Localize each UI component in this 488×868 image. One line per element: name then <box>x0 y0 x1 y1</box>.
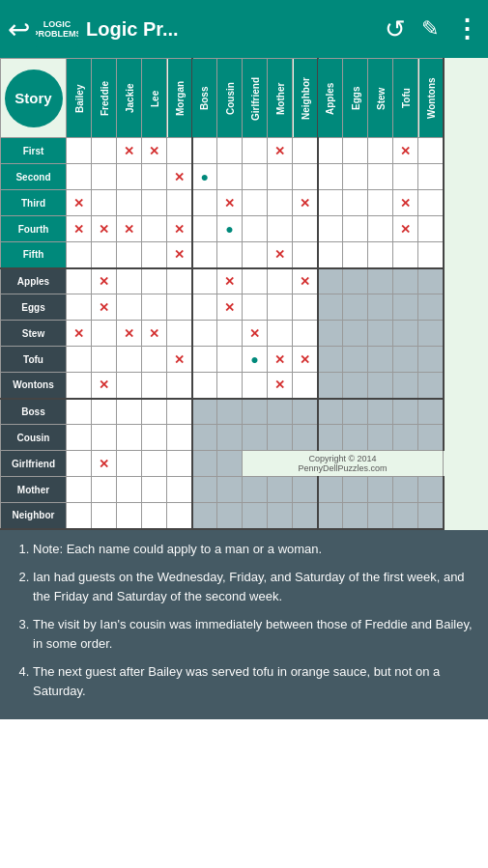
cell-second-bailey[interactable] <box>67 164 92 190</box>
cell-eggs-girlfriend[interactable] <box>243 294 268 321</box>
cell-wontons-mother[interactable]: ✕ <box>268 373 293 399</box>
cell-second-tofu[interactable] <box>393 164 418 190</box>
cell-third-morgan[interactable] <box>167 190 192 216</box>
cell-first-boss[interactable] <box>192 138 217 164</box>
cell-girlfriend-jackie[interactable] <box>117 451 142 477</box>
cell-cousin-freddie[interactable] <box>92 425 117 451</box>
cell-third-tofu[interactable]: ✕ <box>393 190 418 216</box>
cell-first-stew[interactable] <box>368 138 393 164</box>
cell-second-wontons[interactable] <box>418 164 444 190</box>
cell-boss-morgan[interactable] <box>167 399 192 425</box>
cell-fourth-cousin[interactable]: ● <box>217 216 243 242</box>
cell-second-jackie[interactable] <box>117 164 142 190</box>
cell-girlfriend-bailey[interactable] <box>67 451 92 477</box>
cell-stew-morgan[interactable] <box>167 321 192 347</box>
cell-first-girlfriend[interactable] <box>243 138 268 164</box>
cell-eggs-lee[interactable] <box>142 294 167 321</box>
cell-apples-morgan[interactable] <box>167 268 192 294</box>
cell-fourth-boss[interactable] <box>192 216 217 242</box>
cell-neighbor-morgan[interactable] <box>167 503 192 529</box>
cell-cousin-jackie[interactable] <box>117 425 142 451</box>
cell-third-bailey[interactable]: ✕ <box>67 190 92 216</box>
cell-neighbor-bailey[interactable] <box>67 503 92 529</box>
cell-cousin-lee[interactable] <box>142 425 167 451</box>
cell-first-eggs[interactable] <box>343 138 368 164</box>
cell-tofu-lee[interactable] <box>142 347 167 373</box>
cell-stew-freddie[interactable] <box>92 321 117 347</box>
cell-fifth-mother[interactable]: ✕ <box>268 242 293 268</box>
cell-wontons-freddie[interactable]: ✕ <box>92 373 117 399</box>
edit-icon[interactable]: ✎ <box>421 16 439 42</box>
cell-apples-lee[interactable] <box>142 268 167 294</box>
cell-third-neighbor[interactable]: ✕ <box>293 190 318 216</box>
cell-stew-girlfriend[interactable]: ✕ <box>243 321 268 347</box>
cell-girlfriend-freddie[interactable]: ✕ <box>92 451 117 477</box>
cell-first-cousin[interactable] <box>217 138 243 164</box>
cell-wontons-boss[interactable] <box>192 373 217 399</box>
cell-apples-neighbor[interactable]: ✕ <box>293 268 318 294</box>
cell-wontons-bailey[interactable] <box>67 373 92 399</box>
cell-first-apples[interactable] <box>318 138 343 164</box>
cell-neighbor-lee[interactable] <box>142 503 167 529</box>
cell-fourth-jackie[interactable]: ✕ <box>117 216 142 242</box>
cell-wontons-lee[interactable] <box>142 373 167 399</box>
cell-apples-mother[interactable] <box>268 268 293 294</box>
cell-wontons-girlfriend[interactable] <box>243 373 268 399</box>
cell-boss-lee[interactable] <box>142 399 167 425</box>
cell-second-cousin[interactable] <box>217 164 243 190</box>
cell-eggs-bailey[interactable] <box>67 294 92 321</box>
cell-third-lee[interactable] <box>142 190 167 216</box>
cell-wontons-jackie[interactable] <box>117 373 142 399</box>
cell-fifth-jackie[interactable] <box>117 242 142 268</box>
more-icon[interactable]: ⋮ <box>454 14 480 44</box>
cell-neighbor-freddie[interactable] <box>92 503 117 529</box>
cell-eggs-mother[interactable] <box>268 294 293 321</box>
cell-third-stew[interactable] <box>368 190 393 216</box>
cell-tofu-jackie[interactable] <box>117 347 142 373</box>
cell-third-wontons[interactable] <box>418 190 444 216</box>
cell-eggs-boss[interactable] <box>192 294 217 321</box>
cell-first-bailey[interactable] <box>67 138 92 164</box>
cell-stew-bailey[interactable]: ✕ <box>67 321 92 347</box>
cell-mother-lee[interactable] <box>142 477 167 503</box>
cell-second-mother[interactable] <box>268 164 293 190</box>
cell-mother-morgan[interactable] <box>167 477 192 503</box>
cell-third-girlfriend[interactable] <box>243 190 268 216</box>
cell-apples-bailey[interactable] <box>67 268 92 294</box>
cell-third-jackie[interactable] <box>117 190 142 216</box>
cell-fifth-tofu[interactable] <box>393 242 418 268</box>
cell-second-apples[interactable] <box>318 164 343 190</box>
cell-third-mother[interactable] <box>268 190 293 216</box>
cell-fifth-apples[interactable] <box>318 242 343 268</box>
cell-stew-cousin[interactable] <box>217 321 243 347</box>
cell-stew-mother[interactable] <box>268 321 293 347</box>
cell-apples-girlfriend[interactable] <box>243 268 268 294</box>
cell-first-tofu[interactable]: ✕ <box>393 138 418 164</box>
cell-second-boss[interactable]: ● <box>192 164 217 190</box>
cell-first-mother[interactable]: ✕ <box>268 138 293 164</box>
cell-apples-jackie[interactable] <box>117 268 142 294</box>
cell-first-neighbor[interactable] <box>293 138 318 164</box>
cell-wontons-cousin[interactable] <box>217 373 243 399</box>
cell-tofu-mother[interactable]: ✕ <box>268 347 293 373</box>
cell-fourth-lee[interactable] <box>142 216 167 242</box>
cell-girlfriend-lee[interactable] <box>142 451 167 477</box>
cell-wontons-morgan[interactable] <box>167 373 192 399</box>
cell-fifth-lee[interactable] <box>142 242 167 268</box>
cell-fourth-girlfriend[interactable] <box>243 216 268 242</box>
cell-first-jackie[interactable]: ✕ <box>117 138 142 164</box>
cell-wontons-neighbor[interactable] <box>293 373 318 399</box>
cell-cousin-morgan[interactable] <box>167 425 192 451</box>
cell-first-wontons[interactable] <box>418 138 444 164</box>
cell-fifth-morgan[interactable]: ✕ <box>167 242 192 268</box>
cell-tofu-bailey[interactable] <box>67 347 92 373</box>
cell-fourth-eggs[interactable] <box>343 216 368 242</box>
cell-boss-freddie[interactable] <box>92 399 117 425</box>
cell-second-stew[interactable] <box>368 164 393 190</box>
cell-mother-jackie[interactable] <box>117 477 142 503</box>
cell-tofu-neighbor[interactable]: ✕ <box>293 347 318 373</box>
cell-second-lee[interactable] <box>142 164 167 190</box>
cell-fourth-freddie[interactable]: ✕ <box>92 216 117 242</box>
cell-third-freddie[interactable] <box>92 190 117 216</box>
cell-mother-freddie[interactable] <box>92 477 117 503</box>
